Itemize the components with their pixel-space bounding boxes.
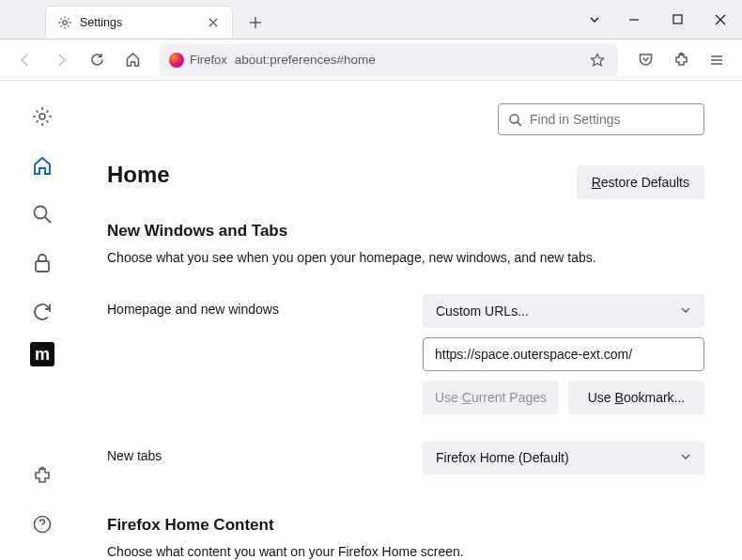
section-new-windows-desc: Choose what you see when you open your h… — [107, 248, 704, 268]
newtabs-label: New tabs — [107, 441, 408, 463]
search-icon — [508, 113, 522, 127]
forward-button[interactable] — [45, 44, 77, 76]
use-bookmark-button[interactable]: Use Bookmark... — [568, 381, 704, 414]
svg-rect-1 — [673, 15, 682, 23]
url-bar[interactable]: Firefox about:preferences#home — [160, 44, 618, 76]
chevron-down-icon[interactable] — [577, 0, 612, 39]
newtabs-dropdown[interactable]: Firefox Home (Default) — [423, 441, 704, 474]
sidebar-more[interactable]: m — [30, 342, 54, 366]
tab-title: Settings — [80, 16, 198, 29]
settings-sidebar: m — [0, 81, 85, 560]
navigation-toolbar: Firefox about:preferences#home — [0, 39, 742, 81]
svg-rect-5 — [36, 261, 49, 272]
menu-button[interactable] — [701, 44, 733, 76]
section-home-content-desc: Choose what content you want on your Fir… — [107, 542, 704, 560]
sidebar-sync[interactable] — [23, 293, 61, 331]
extensions-button[interactable] — [665, 44, 697, 76]
close-icon[interactable] — [206, 15, 221, 30]
sidebar-extensions[interactable] — [23, 457, 61, 494]
search-settings[interactable] — [498, 103, 704, 135]
use-current-pages-button[interactable]: Use Current Pages — [423, 381, 559, 414]
chevron-down-icon — [680, 450, 691, 465]
sidebar-home[interactable] — [23, 147, 61, 184]
bookmark-star-icon[interactable] — [586, 49, 609, 71]
pocket-button[interactable] — [629, 44, 661, 76]
homepage-url-input[interactable] — [423, 337, 704, 371]
title-bar: Settings — [0, 0, 742, 39]
back-button[interactable] — [9, 44, 41, 76]
sidebar-privacy[interactable] — [23, 244, 61, 282]
section-new-windows-title: New Windows and Tabs — [107, 222, 704, 241]
maximize-button[interactable] — [656, 0, 699, 39]
identity-label: Firefox — [190, 53, 227, 67]
new-tab-button[interactable] — [240, 6, 271, 39]
close-window-button[interactable] — [699, 0, 742, 39]
settings-main: Home Restore Defaults New Windows and Ta… — [85, 81, 742, 560]
minimize-button[interactable] — [612, 0, 656, 39]
sidebar-search[interactable] — [23, 195, 61, 233]
reload-button[interactable] — [81, 44, 113, 76]
svg-point-8 — [510, 115, 518, 123]
dropdown-value: Custom URLs... — [436, 303, 529, 319]
svg-point-0 — [63, 21, 67, 24]
gear-icon — [57, 15, 72, 30]
svg-point-4 — [35, 207, 47, 219]
sidebar-general[interactable] — [23, 98, 61, 135]
section-home-content-title: Firefox Home Content — [107, 516, 704, 535]
browser-tab[interactable]: Settings — [45, 6, 233, 39]
url-text: about:preferences#home — [235, 53, 579, 67]
sidebar-help[interactable] — [23, 506, 61, 543]
search-settings-input[interactable] — [530, 112, 694, 127]
firefox-logo-icon — [169, 53, 184, 68]
dropdown-value: Firefox Home (Default) — [436, 450, 569, 465]
site-identity[interactable]: Firefox — [169, 53, 227, 68]
homepage-label: Homepage and new windows — [107, 294, 408, 317]
home-button[interactable] — [116, 44, 148, 76]
window-controls — [577, 0, 742, 39]
restore-defaults-button[interactable]: Restore Defaults — [577, 165, 704, 199]
chevron-down-icon — [680, 303, 691, 319]
svg-point-3 — [39, 114, 45, 119]
homepage-dropdown[interactable]: Custom URLs... — [423, 294, 704, 328]
